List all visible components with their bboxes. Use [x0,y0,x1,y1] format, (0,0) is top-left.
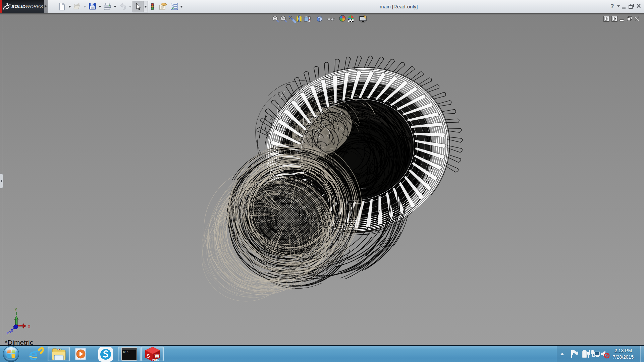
svg-text:2015: 2015 [152,358,159,362]
svg-text:S: S [147,353,150,359]
svg-text:Y: Y [14,307,17,312]
svg-text:e: e [29,346,38,362]
svg-text:C:\_: C:\_ [123,351,130,354]
svg-text:W: W [155,353,160,359]
svg-text:X: X [28,324,31,329]
svg-text:Z: Z [6,331,9,336]
